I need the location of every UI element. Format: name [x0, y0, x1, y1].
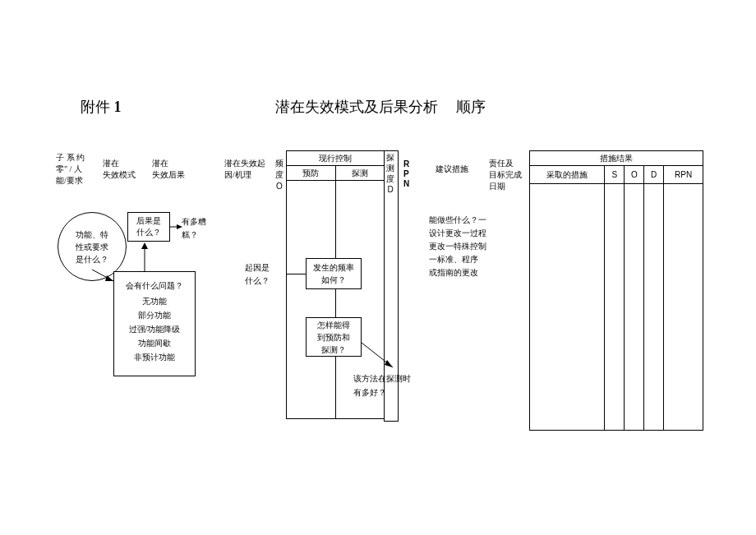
arrow-circle-box2 [87, 265, 120, 289]
goodness-text: 该方法在探测时 有多好？ [353, 371, 411, 399]
attachment-title: 附件 1 [81, 97, 122, 117]
effect-box: 后果是 什么？ [127, 212, 170, 242]
hdr-occurrence: 频度O [275, 158, 284, 192]
cause-text: 起因是 什么？ [245, 261, 270, 288]
hdr-rpn: RPN [403, 159, 409, 189]
ctrl-header: 现行控制 [287, 151, 385, 166]
hdr-responsibility: 责任及目标完成日期 [489, 158, 522, 192]
hdr-detection: 探测度D [386, 152, 394, 195]
freq-box: 发生的频率 如何？ [306, 258, 362, 289]
whatcando-text: 能做些什么？一 设计更改一过程 更改一特殊控制 一标准、程序 或指南的更改 [429, 214, 486, 279]
ctrl-detect: 探测 [335, 166, 385, 181]
act-o: O [625, 166, 644, 184]
howbad-text: 有多糟 糕？ [182, 215, 206, 242]
detect-box: 怎样能得 到预防和 探测？ [306, 317, 362, 357]
hdr-recommend: 建议措施 [436, 164, 468, 175]
arrow-box2-box1 [138, 241, 151, 274]
act-s: S [605, 166, 625, 184]
hdr-failure-effect: 潜在失效后果 [152, 158, 185, 181]
arrow-detect [360, 341, 399, 374]
svg-marker-7 [177, 224, 182, 229]
svg-marker-3 [105, 275, 113, 281]
svg-marker-1 [385, 360, 393, 367]
hdr-failure-mode: 潜在失效模式 [103, 158, 136, 181]
ctrl-prevent: 预防 [287, 166, 336, 181]
act-header: 措施结果 [530, 151, 703, 166]
arrow-box1-howbad [169, 222, 184, 232]
problems-box: 会有什么问题？ 无功能 部分功能 过强/功能降级 功能间歇 非预计功能 [113, 271, 196, 376]
hdr-cause: 潜在失效起因/机理 [224, 158, 265, 181]
act-taken: 采取的措施 [530, 166, 605, 184]
svg-marker-5 [141, 242, 148, 249]
action-results-table: 措施结果 采取的措施 S O D RPN [529, 150, 703, 431]
act-d: D [644, 166, 664, 184]
hdr-subsystem: 子 系 约零" / 人能/要求 [56, 152, 85, 187]
main-title: 潜在失效模式及后果分析 [275, 97, 438, 117]
act-rpn: RPN [664, 166, 703, 184]
attachment-num: 1 [114, 99, 122, 115]
order-title: 顺序 [456, 97, 486, 117]
attachment-word: 附件 [81, 99, 110, 115]
